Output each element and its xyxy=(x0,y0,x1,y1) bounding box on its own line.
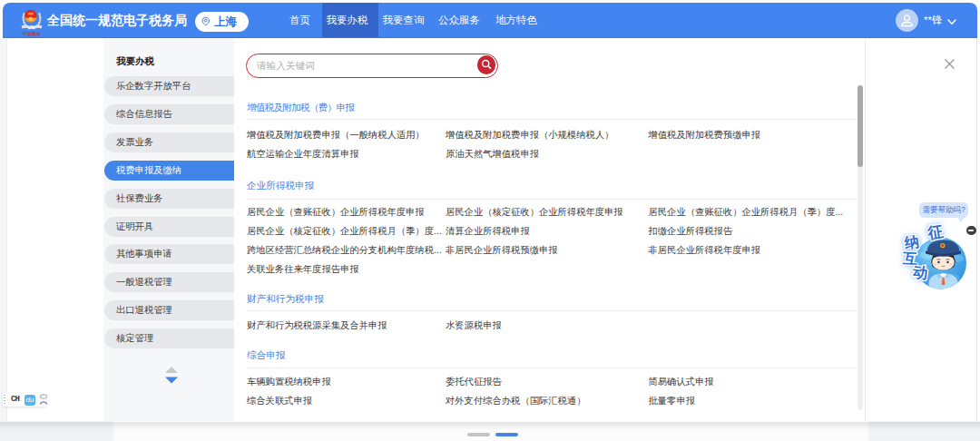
svg-text:中国税务: 中国税务 xyxy=(23,31,43,37)
